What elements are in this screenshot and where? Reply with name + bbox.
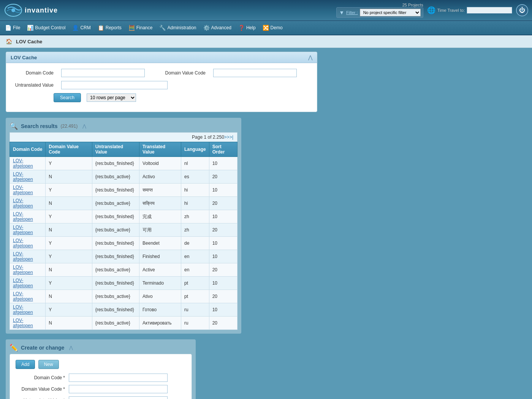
domain-code-label: Domain Code (12, 70, 54, 76)
table-cell-3: 可用 (139, 223, 181, 237)
table-cell-2: {res:bubs_active} (92, 317, 139, 330)
top-bar: invantive 25 Projects ▼ Filter : No proj… (0, 0, 532, 21)
table-cell-4: de (181, 237, 209, 250)
table-cell-0[interactable]: LOV-afgelopen (10, 303, 46, 317)
untranslated-value-input[interactable] (61, 81, 168, 89)
table-cell-4: hi (181, 184, 209, 197)
table-head: Domain Code Domain Value Code Untranslat… (10, 142, 238, 157)
pagination-next[interactable]: >> (224, 135, 230, 140)
nav-item-budget[interactable]: 📊 Budget Control (24, 23, 68, 32)
power-button[interactable]: ⏻ (516, 4, 528, 16)
nav-item-crm[interactable]: 👤 CRM (69, 23, 93, 32)
nav-label-demo: Demo (271, 25, 283, 30)
nav-item-file[interactable]: 📄 File (2, 23, 23, 32)
main-content: LOV Cache ⋀ Domain Code Domain Value Cod… (0, 48, 532, 399)
table-cell-0[interactable]: LOV-afgelopen (10, 184, 46, 197)
table-cell-5: 20 (209, 317, 237, 330)
table-cell-3: Готово (139, 303, 181, 317)
table-row: LOV-afgelopenY{res:bubs_finished}Finishe… (10, 250, 238, 263)
nav-label-file: File (13, 25, 20, 30)
table-cell-2: {res:bubs_finished} (92, 184, 139, 197)
results-wrapper: Search results (22.491) ⋀ Page 1 of 2.25… (6, 118, 241, 334)
time-travel-area: 🌐 Time Travel to: (427, 6, 512, 14)
table-cell-5: 10 (209, 210, 237, 223)
home-icon[interactable]: 🏠 (6, 38, 12, 44)
add-button[interactable]: Add (16, 360, 35, 369)
table-cell-2: {res:bubs_active} (92, 223, 139, 237)
table-cell-3: सक्रिय (139, 197, 181, 210)
search-results-icon (10, 122, 18, 130)
logo-icon (4, 3, 23, 18)
table-body: LOV-afgelopenY{res:bubs_finished}Voltooi… (10, 157, 238, 330)
pagination-bar: Page 1 of 2.250 >> >| (10, 132, 238, 142)
table-cell-4: zh (181, 210, 209, 223)
table-cell-0[interactable]: LOV-afgelopen (10, 157, 46, 170)
table-cell-0[interactable]: LOV-afgelopen (10, 197, 46, 210)
table-cell-0[interactable]: LOV-afgelopen (10, 237, 46, 250)
search-panel: LOV Cache ⋀ Domain Code Domain Value Cod… (6, 52, 317, 112)
search-form-row-2: Untranslated Value (12, 81, 311, 89)
create-domain-code-input[interactable] (69, 374, 168, 382)
table-cell-4: es (181, 170, 209, 184)
administration-icon: 🔧 (159, 25, 166, 31)
search-button[interactable]: Search (54, 93, 81, 102)
table-cell-0[interactable]: LOV-afgelopen (10, 210, 46, 223)
table-row: LOV-afgelopenY{res:bubs_finished}Voltooi… (10, 157, 238, 170)
nav-label-administration: Administration (167, 25, 196, 30)
logo-area: invantive (4, 3, 58, 18)
create-domain-value-code-label: Domain Value Code * (16, 386, 69, 392)
create-untranslated-input[interactable] (69, 396, 168, 399)
create-untranslated-row: Untranslated Value * (16, 396, 186, 399)
domain-code-input[interactable] (61, 69, 145, 77)
nav-label-budget: Budget Control (35, 25, 65, 30)
table-row: LOV-afgelopenY{res:bubs_finished}Готовоr… (10, 303, 238, 317)
time-travel-input[interactable] (467, 7, 512, 14)
budget-icon: 📊 (27, 25, 33, 31)
table-cell-0[interactable]: LOV-afgelopen (10, 317, 46, 330)
table-cell-1: Y (46, 277, 92, 290)
filter-label[interactable]: Filter : (346, 10, 358, 15)
pagination-info: Page 1 of 2.250 (192, 135, 224, 140)
search-panel-collapse-btn[interactable]: ⋀ (308, 54, 312, 60)
table-cell-0[interactable]: LOV-afgelopen (10, 250, 46, 263)
nav-item-finance[interactable]: 🧮 Finance (125, 23, 156, 32)
table-cell-0[interactable]: LOV-afgelopen (10, 290, 46, 303)
table-cell-1: N (46, 197, 92, 210)
table-cell-1: N (46, 170, 92, 184)
breadcrumb-label: LOV Cache (16, 39, 42, 44)
table-cell-5: 20 (209, 170, 237, 184)
results-collapse-btn[interactable]: ⋀ (82, 124, 86, 129)
filter-select[interactable]: No project specific filter (360, 9, 421, 16)
table-cell-0[interactable]: LOV-afgelopen (10, 223, 46, 237)
table-cell-5: 20 (209, 223, 237, 237)
nav-item-administration[interactable]: 🔧 Administration (156, 23, 199, 32)
nav-item-help[interactable]: ❓ Help (235, 23, 259, 32)
table-row: LOV-afgelopenN{res:bubs_active}Активиров… (10, 317, 238, 330)
create-collapse-btn[interactable]: ⋀ (69, 345, 73, 350)
table-cell-3: Activo (139, 170, 181, 184)
table-cell-5: 10 (209, 157, 237, 170)
table-cell-2: {res:bubs_active} (92, 290, 139, 303)
advanced-icon: ⚙️ (203, 25, 210, 31)
search-form-row-3: Search 10 rows per page 25 rows per page… (12, 93, 311, 102)
projects-count: 25 Projects (402, 3, 423, 7)
create-domain-value-code-row: Domain Value Code * (16, 385, 186, 393)
table-cell-0[interactable]: LOV-afgelopen (10, 170, 46, 184)
table-row: LOV-afgelopenN{res:bubs_active}可用zh20 (10, 223, 238, 237)
table-cell-0[interactable]: LOV-afgelopen (10, 263, 46, 277)
new-button[interactable]: New (38, 360, 59, 369)
pagination-last[interactable]: >| (230, 135, 233, 140)
create-domain-value-code-input[interactable] (69, 385, 168, 393)
table-cell-3: Terminado (139, 277, 181, 290)
filter-icon: ▼ (339, 10, 344, 16)
table-cell-0[interactable]: LOV-afgelopen (10, 277, 46, 290)
search-form-row-1: Domain Code Domain Value Code (12, 69, 311, 77)
nav-item-reports[interactable]: 📋 Reports (95, 23, 125, 32)
search-panel-title: LOV Cache (11, 55, 37, 60)
table-cell-5: 10 (209, 277, 237, 290)
nav-item-advanced[interactable]: ⚙️ Advanced (200, 23, 234, 32)
domain-value-code-input[interactable] (213, 69, 297, 77)
table-cell-4: ru (181, 303, 209, 317)
nav-item-demo[interactable]: 🔀 Demo (260, 23, 286, 32)
rows-dropdown[interactable]: 10 rows per page 25 rows per page 50 row… (87, 93, 136, 102)
